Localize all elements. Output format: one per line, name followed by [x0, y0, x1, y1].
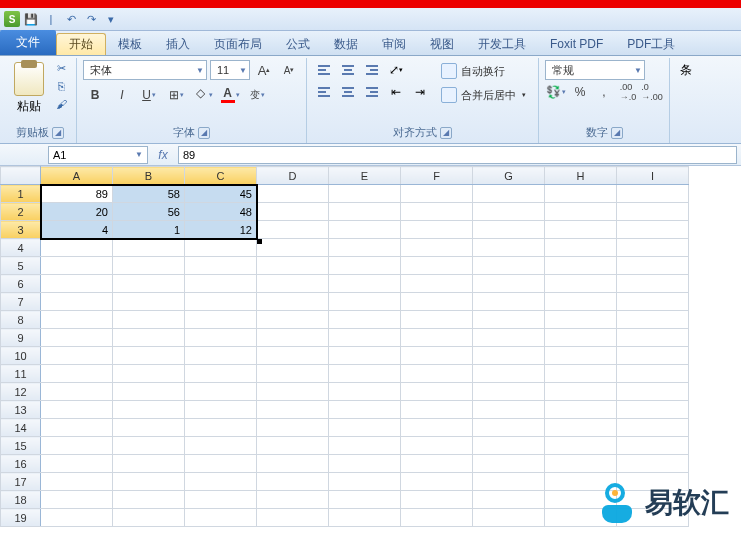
cell[interactable]: [617, 221, 689, 239]
cell[interactable]: [185, 257, 257, 275]
undo-icon[interactable]: ↶: [62, 10, 80, 28]
cell[interactable]: [185, 383, 257, 401]
cell[interactable]: [545, 383, 617, 401]
formula-input[interactable]: 89: [178, 146, 737, 164]
tab-template[interactable]: 模板: [106, 33, 154, 55]
cell[interactable]: 56: [113, 203, 185, 221]
cell[interactable]: [401, 185, 473, 203]
cell[interactable]: [617, 311, 689, 329]
name-box[interactable]: A1▼: [48, 146, 148, 164]
cell[interactable]: [617, 185, 689, 203]
fill-handle[interactable]: [257, 239, 262, 244]
cell[interactable]: [401, 473, 473, 491]
cell[interactable]: [185, 365, 257, 383]
cell[interactable]: [113, 401, 185, 419]
cell[interactable]: [617, 419, 689, 437]
cell[interactable]: [401, 239, 473, 257]
cell[interactable]: [545, 401, 617, 419]
cell[interactable]: [617, 257, 689, 275]
row-header[interactable]: 11: [1, 365, 41, 383]
cell[interactable]: [113, 275, 185, 293]
grow-font-button[interactable]: A▴: [253, 60, 275, 80]
cell[interactable]: [473, 365, 545, 383]
cell[interactable]: [329, 293, 401, 311]
cell[interactable]: [545, 347, 617, 365]
dec-decimal-button[interactable]: .0→.00: [641, 82, 663, 102]
cell[interactable]: [329, 473, 401, 491]
tab-view[interactable]: 视图: [418, 33, 466, 55]
underline-button[interactable]: U▾: [137, 84, 161, 106]
cell[interactable]: [41, 275, 113, 293]
cell[interactable]: 20: [41, 203, 113, 221]
row-header[interactable]: 16: [1, 455, 41, 473]
col-header[interactable]: H: [545, 167, 617, 185]
cell[interactable]: [473, 491, 545, 509]
cell[interactable]: [257, 437, 329, 455]
cell[interactable]: [545, 275, 617, 293]
font-launcher-icon[interactable]: ◢: [198, 127, 210, 139]
cell[interactable]: [473, 275, 545, 293]
cell[interactable]: [329, 437, 401, 455]
qat-more-icon[interactable]: ▾: [102, 10, 120, 28]
row-header[interactable]: 8: [1, 311, 41, 329]
cell[interactable]: [329, 365, 401, 383]
cell[interactable]: [545, 293, 617, 311]
cell[interactable]: [473, 473, 545, 491]
cell[interactable]: [257, 185, 329, 203]
cell[interactable]: [41, 473, 113, 491]
cell[interactable]: [401, 491, 473, 509]
cell[interactable]: [473, 185, 545, 203]
row-header[interactable]: 12: [1, 383, 41, 401]
cell[interactable]: [185, 275, 257, 293]
number-format-combo[interactable]: 常规▼: [545, 60, 645, 80]
cell[interactable]: [41, 455, 113, 473]
cell[interactable]: [545, 185, 617, 203]
cell[interactable]: [473, 311, 545, 329]
cell[interactable]: [329, 239, 401, 257]
cell[interactable]: [401, 509, 473, 527]
cell[interactable]: 45: [185, 185, 257, 203]
cell[interactable]: [41, 509, 113, 527]
cell[interactable]: [257, 419, 329, 437]
cell[interactable]: [401, 293, 473, 311]
cell[interactable]: [617, 401, 689, 419]
cell[interactable]: [329, 383, 401, 401]
cell[interactable]: [113, 347, 185, 365]
cell[interactable]: [329, 329, 401, 347]
cell[interactable]: [329, 455, 401, 473]
cell[interactable]: [41, 257, 113, 275]
inc-decimal-button[interactable]: .00→.0: [617, 82, 639, 102]
cell[interactable]: [257, 239, 329, 257]
cell[interactable]: [41, 239, 113, 257]
cell[interactable]: [257, 509, 329, 527]
cell[interactable]: [401, 401, 473, 419]
col-header[interactable]: E: [329, 167, 401, 185]
redo-icon[interactable]: ↷: [82, 10, 100, 28]
cell[interactable]: [401, 275, 473, 293]
cell[interactable]: [473, 455, 545, 473]
cell[interactable]: [617, 383, 689, 401]
cell[interactable]: [545, 239, 617, 257]
cell[interactable]: [257, 257, 329, 275]
cell[interactable]: [257, 293, 329, 311]
row-header[interactable]: 6: [1, 275, 41, 293]
cell[interactable]: [401, 329, 473, 347]
col-header[interactable]: C: [185, 167, 257, 185]
cell[interactable]: [329, 275, 401, 293]
cell[interactable]: [329, 347, 401, 365]
cell[interactable]: [185, 239, 257, 257]
cell[interactable]: [545, 221, 617, 239]
tab-insert[interactable]: 插入: [154, 33, 202, 55]
tab-pdftool[interactable]: PDF工具: [615, 33, 687, 55]
row-header[interactable]: 13: [1, 401, 41, 419]
cell[interactable]: [617, 455, 689, 473]
cell[interactable]: 89: [41, 185, 113, 203]
cell[interactable]: [617, 437, 689, 455]
tab-home[interactable]: 开始: [56, 33, 106, 55]
cell[interactable]: [329, 221, 401, 239]
cell[interactable]: [545, 203, 617, 221]
cell[interactable]: [41, 383, 113, 401]
indent-inc-button[interactable]: ⇥: [409, 82, 431, 102]
row-header[interactable]: 9: [1, 329, 41, 347]
cell[interactable]: [617, 293, 689, 311]
